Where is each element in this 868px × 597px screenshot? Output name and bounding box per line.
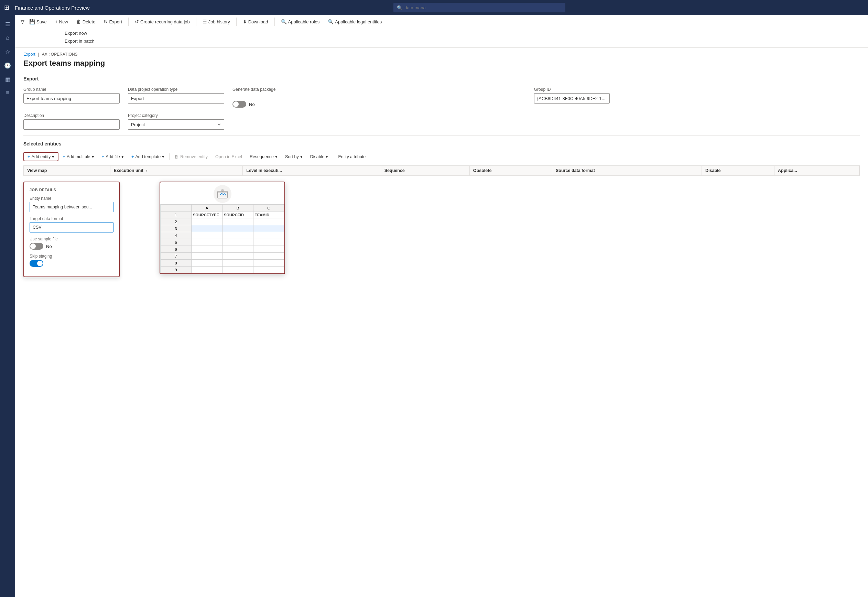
generate-package-field: Generate data package No — [233, 87, 526, 108]
job-history-button[interactable]: ☰ Job history — [199, 17, 233, 26]
excel-cell — [254, 218, 284, 225]
sidebar-list-icon[interactable]: ≡ — [1, 87, 14, 99]
col-execution-unit[interactable]: Execution unit ↑ — [110, 166, 243, 176]
col-view-map[interactable]: View map — [24, 166, 110, 176]
sidebar-dashboard-icon[interactable]: ▦ — [1, 73, 14, 85]
excel-data-row: 2 — [160, 218, 284, 225]
remove-entity-button[interactable]: 🗑 Remove entity — [171, 153, 211, 160]
panel-title: JOB DETAILS — [30, 188, 113, 192]
excel-cell — [254, 232, 284, 239]
export-in-batch-item[interactable]: Export in batch — [62, 37, 862, 45]
col-sequence[interactable]: Sequence — [381, 166, 469, 176]
generate-package-value: No — [249, 102, 255, 107]
create-recurring-button[interactable]: ↺ Create recurring data job — [131, 17, 193, 26]
add-file-chevron-icon: ▾ — [122, 154, 124, 159]
add-multiple-chevron-icon: ▾ — [92, 154, 94, 159]
col-level[interactable]: Level in executi... — [243, 166, 381, 176]
excel-cell — [191, 246, 223, 253]
entity-sep1 — [169, 153, 169, 160]
svg-point-2 — [221, 189, 224, 192]
add-entity-button[interactable]: + Add entity ▾ — [24, 152, 58, 161]
grid-icon[interactable]: ⊞ — [4, 4, 9, 11]
sidebar-home-icon[interactable]: ⌂ — [1, 32, 14, 44]
excel-cell — [191, 239, 223, 246]
use-sample-toggle-row: No — [30, 243, 113, 249]
history-icon: ☰ — [203, 19, 207, 24]
excel-col-a: A — [191, 205, 223, 211]
group-name-input[interactable] — [24, 93, 120, 104]
disable-chevron-icon: ▾ — [326, 154, 328, 159]
breadcrumb-link[interactable]: Export — [24, 52, 36, 57]
description-input[interactable] — [24, 119, 120, 130]
divider1 — [128, 18, 129, 26]
col-source-format[interactable]: Source data format — [552, 166, 702, 176]
project-category-field: Project category Project Integration Mig… — [128, 113, 224, 130]
download-button[interactable]: ⬇ Download — [239, 17, 272, 26]
entity-name-select[interactable]: Teams mapping between sou... — [30, 202, 113, 212]
sidebar-recent-icon[interactable]: 🕐 — [1, 59, 14, 71]
overlays-wrapper: JOB DETAILS Entity name Teams mapping be… — [15, 181, 868, 292]
entity-sep2 — [333, 153, 333, 160]
open-in-excel-button[interactable]: Open in Excel — [212, 153, 246, 160]
download-icon: ⬇ — [243, 19, 247, 24]
skip-staging-toggle-row — [30, 260, 113, 267]
use-sample-toggle[interactable] — [30, 243, 43, 249]
sidebar-menu-icon[interactable]: ☰ — [1, 18, 14, 30]
export-now-item[interactable]: Export now — [62, 30, 862, 37]
generate-package-toggle-row: No — [233, 101, 526, 108]
excel-col-headers: A B C — [160, 205, 284, 211]
search-input[interactable] — [404, 5, 562, 10]
add-file-button[interactable]: + Add file ▾ — [98, 153, 127, 160]
delete-icon: 🗑 — [76, 19, 81, 24]
excel-cell — [191, 266, 223, 273]
skip-staging-label: Skip staging — [30, 254, 113, 258]
filter-icon[interactable]: ▽ — [21, 19, 24, 24]
col-disable[interactable]: Disable — [702, 166, 775, 176]
generate-package-toggle[interactable] — [233, 101, 246, 108]
excel-cell — [254, 253, 284, 260]
group-id-input[interactable] — [534, 93, 610, 104]
excel-data-row: 9 — [160, 266, 284, 273]
excel-cell — [191, 232, 223, 239]
group-id-field: Group ID — [534, 87, 860, 104]
resequence-button[interactable]: Resequence ▾ — [246, 153, 281, 160]
save-icon: 💾 — [29, 19, 35, 24]
operation-type-input[interactable] — [128, 93, 224, 104]
excel-data-row: 7 — [160, 253, 284, 260]
excel-file-icon — [214, 185, 231, 203]
new-button[interactable]: + New — [52, 17, 71, 26]
target-format-select[interactable]: CSV Excel XML — [30, 222, 113, 232]
search-bar[interactable]: 🔍 — [393, 3, 565, 12]
col-applicable[interactable]: Applica... — [775, 166, 859, 176]
add-entity-chevron-icon: ▾ — [52, 154, 54, 159]
sidebar-favorite-icon[interactable]: ☆ — [1, 45, 14, 58]
applicable-roles-button[interactable]: 🔍 Applicable roles — [277, 17, 323, 26]
disable-button[interactable]: Disable ▾ — [307, 153, 332, 160]
excel-cell — [191, 218, 223, 225]
excel-data-row: 8 — [160, 260, 284, 266]
export-button[interactable]: ↻ Export — [100, 17, 126, 26]
excel-corner — [160, 205, 191, 211]
add-multiple-button[interactable]: + Add multiple ▾ — [59, 153, 97, 160]
skip-staging-toggle[interactable] — [30, 260, 43, 267]
applicable-legal-entities-button[interactable]: 🔍 Applicable legal entities — [324, 17, 385, 26]
add-multiple-plus-icon: + — [62, 154, 65, 159]
sort-by-button[interactable]: Sort by ▾ — [282, 153, 306, 160]
recurring-icon: ↺ — [135, 19, 139, 24]
col-obsolete[interactable]: Obsolete — [469, 166, 552, 176]
add-template-button[interactable]: + Add template ▾ — [128, 153, 168, 160]
excel-cell — [254, 239, 284, 246]
excel-col-b: B — [223, 205, 254, 211]
entities-title: Selected entities — [24, 141, 860, 147]
target-format-label: Target data format — [30, 216, 113, 221]
project-category-label: Project category — [128, 113, 224, 118]
target-format-field: Target data format CSV Excel XML — [30, 216, 113, 232]
excel-data-row: 5 — [160, 239, 284, 246]
excel-cell — [223, 246, 254, 253]
entity-attribute-button[interactable]: Entity attribute — [335, 153, 369, 160]
project-category-select[interactable]: Project Integration Migration — [128, 119, 224, 130]
delete-button[interactable]: 🗑 Delete — [73, 17, 99, 26]
sort-by-chevron-icon: ▾ — [300, 154, 303, 159]
export-section-title: Export — [24, 76, 860, 82]
save-button[interactable]: 💾 Save — [26, 17, 50, 26]
